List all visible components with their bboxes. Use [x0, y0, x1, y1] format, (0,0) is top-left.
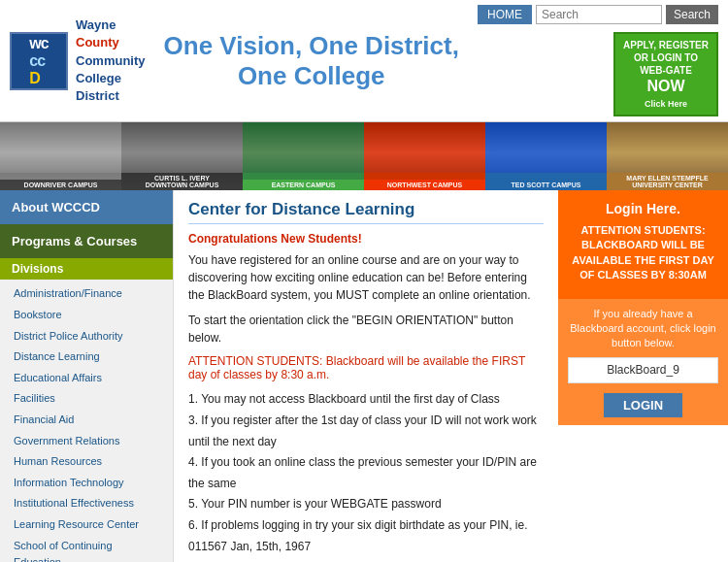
sidebar-link[interactable]: Information Technology	[0, 473, 173, 494]
right-panel: Login Here. ATTENTION STUDENTS: BLACKBOA…	[558, 190, 728, 562]
sidebar-programs-section: Programs & Courses	[0, 224, 173, 258]
sidebar-link[interactable]: Facilities	[0, 388, 173, 410]
login-here-label: Login Here.	[568, 200, 718, 219]
sidebar-link[interactable]: Financial Aid	[0, 410, 173, 431]
sidebar-link[interactable]: Distance Learning	[0, 347, 173, 368]
header-right: HOME Search APPLY, REGISTEROR LOGIN TOWE…	[478, 5, 718, 116]
nav-top: HOME Search	[478, 5, 718, 24]
sidebar-divisions-section: Divisions Administration/FinanceBookstor…	[0, 258, 173, 562]
instructions-list: 1. You may not access Blackboard until t…	[188, 389, 544, 562]
logo-box: wcccD	[10, 32, 68, 90]
header: wcccD Wayne County Community College Dis…	[0, 0, 728, 122]
sidebar-link[interactable]: Bookstore	[0, 305, 173, 326]
campus-mary-ellen[interactable]: MARY ELLEN STEMPFLEUNIVERSITY CENTER	[607, 122, 728, 190]
logo-text: Wayne County Community College District	[76, 17, 146, 105]
sidebar-links: Administration/FinanceBookstoreDistrict …	[0, 280, 173, 562]
sidebar-about-button[interactable]: About WCCCD	[0, 190, 173, 224]
sidebar-link[interactable]: Human Resources	[0, 451, 173, 473]
sidebar-link[interactable]: District Police Authority	[0, 326, 173, 347]
sidebar-link[interactable]: School of Continuing Education	[0, 536, 173, 562]
search-input[interactable]	[536, 5, 662, 24]
login-below-panel: If you already have a Blackboard account…	[558, 299, 728, 425]
sidebar-link[interactable]: Administration/Finance	[0, 283, 173, 305]
campus-eastern[interactable]: EASTERN CAMPUS	[243, 122, 364, 190]
tagline: One Vision, One District, One College	[146, 31, 478, 91]
sidebar: About WCCCD Programs & Courses Divisions…	[0, 190, 173, 562]
list-item: 5. Your PIN number is your WEBGATE passw…	[188, 494, 544, 515]
if-have-account-text: If you already have a Blackboard account…	[568, 307, 718, 351]
search-button[interactable]: Search	[666, 5, 718, 24]
list-item: 4. If you took an online class the previ…	[188, 452, 544, 494]
intro-paragraph: You have registered for an online course…	[188, 251, 544, 304]
sidebar-about-section: About WCCCD	[0, 190, 173, 224]
list-item: 7. If continued problems try the last si…	[188, 557, 544, 562]
attention-notice: ATTENTION STUDENTS: Blackboard will be a…	[188, 354, 544, 381]
congratulations-text: Congratulations New Students!	[188, 232, 544, 246]
main-content: About WCCCD Programs & Courses Divisions…	[0, 190, 728, 562]
sidebar-divisions-label: Divisions	[0, 258, 173, 280]
logo: wcccD Wayne County Community College Dis…	[10, 17, 146, 105]
orientation-instruction: To start the orientation click the "BEGI…	[188, 312, 544, 347]
sidebar-link[interactable]: Educational Affairs	[0, 368, 173, 389]
sidebar-programs-button[interactable]: Programs & Courses	[0, 224, 173, 258]
list-item: 1. You may not access Blackboard until t…	[188, 389, 544, 411]
apply-register-button[interactable]: APPLY, REGISTEROR LOGIN TOWEB-GATENOWCli…	[613, 32, 718, 116]
campus-ted-scott[interactable]: TED SCOTT CAMPUS	[485, 122, 607, 190]
campus-downtown[interactable]: CURTIS L. IVERYDOWNTOWN CAMPUS	[121, 122, 243, 190]
list-item: 6. If problems logging in try your six d…	[188, 515, 544, 557]
campus-strip: DOWNRIVER CAMPUS CURTIS L. IVERYDOWNTOWN…	[0, 122, 728, 190]
campus-northwest[interactable]: NORTHWEST CAMPUS	[364, 122, 485, 190]
content-area: Center for Distance Learning Congratulat…	[173, 190, 558, 562]
blackboard-notice: ATTENTION STUDENTS: BLACKBOARD WILL BE A…	[568, 223, 718, 283]
sidebar-link[interactable]: Institutional Effectiveness	[0, 493, 173, 514]
campus-downriver[interactable]: DOWNRIVER CAMPUS	[0, 122, 121, 190]
list-item: 3. If you register after the 1st day of …	[188, 411, 544, 452]
page-title: Center for Distance Learning	[188, 200, 544, 224]
login-box: Login Here. ATTENTION STUDENTS: BLACKBOA…	[558, 190, 728, 298]
login-button[interactable]: LOGIN	[604, 393, 682, 417]
home-button[interactable]: HOME	[478, 5, 532, 24]
blackboard-username: BlackBoard_9	[568, 357, 718, 383]
sidebar-link[interactable]: Learning Resource Center	[0, 514, 173, 536]
sidebar-link[interactable]: Government Relations	[0, 431, 173, 452]
